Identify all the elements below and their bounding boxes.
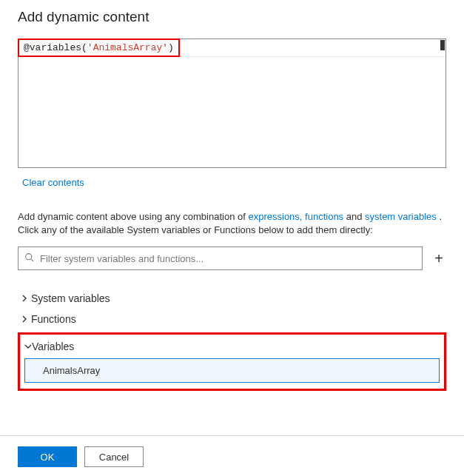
chevron-right-icon — [18, 295, 31, 302]
svg-line-1 — [31, 259, 33, 261]
add-button[interactable]: + — [431, 250, 446, 267]
variables-section-highlight: Variables AnimalsArray — [18, 332, 446, 391]
tree-label-functions: Functions — [31, 313, 76, 325]
help-pre: Add dynamic content above using any comb… — [18, 211, 248, 222]
help-mid: and — [343, 211, 365, 222]
help-text: Add dynamic content above using any comb… — [18, 210, 446, 238]
filter-input-wrapper[interactable] — [18, 247, 423, 270]
system-variables-link[interactable]: system variables — [365, 211, 437, 222]
ok-button[interactable]: OK — [18, 446, 77, 467]
tree-label-variables: Variables — [32, 341, 74, 352]
chevron-right-icon — [18, 315, 31, 323]
tree-system-variables[interactable]: System variables — [18, 288, 446, 309]
editor-body[interactable] — [19, 56, 445, 167]
svg-point-0 — [26, 254, 32, 260]
tree-variables[interactable]: Variables — [24, 338, 440, 358]
variable-item-animalsarray[interactable]: AnimalsArray — [24, 358, 440, 383]
editor-scrollbar[interactable] — [440, 40, 445, 50]
expression-prefix: @variables( — [24, 42, 87, 53]
expression-arg: 'AnimalsArray' — [87, 42, 168, 53]
search-icon — [24, 252, 34, 264]
tree-label-system-variables: System variables — [31, 292, 110, 304]
filter-input[interactable] — [38, 252, 416, 265]
expression-editor[interactable]: @variables('AnimalsArray') — [18, 38, 446, 168]
clear-contents-link[interactable]: Clear contents — [22, 177, 84, 188]
cancel-button[interactable]: Cancel — [84, 446, 144, 467]
expression-highlight: @variables('AnimalsArray') — [18, 38, 180, 57]
tree-functions[interactable]: Functions — [18, 309, 446, 329]
chevron-down-icon — [24, 341, 32, 352]
expression-suffix: ) — [168, 42, 174, 53]
page-title: Add dynamic content — [18, 9, 446, 25]
expressions-functions-link[interactable]: expressions, functions — [248, 211, 343, 222]
